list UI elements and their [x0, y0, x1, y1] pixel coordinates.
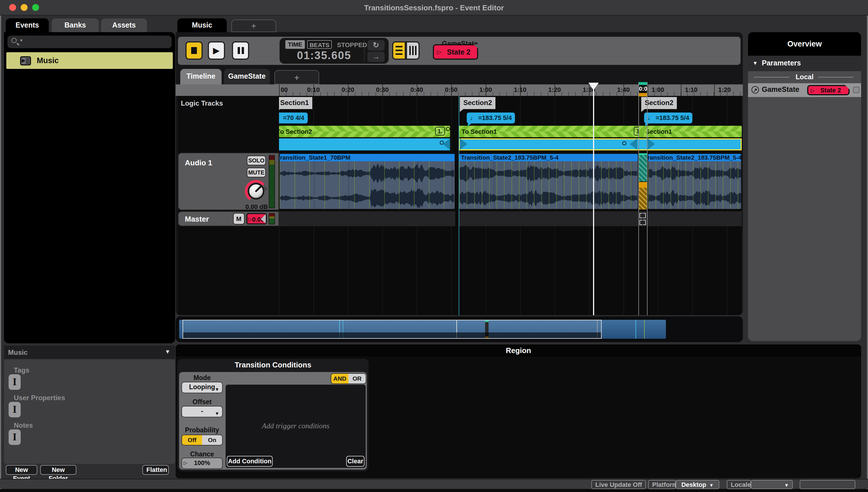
notes-edit-button[interactable]: I — [8, 429, 21, 445]
platform-dropdown[interactable]: Desktop▼ — [676, 480, 719, 489]
and-button[interactable]: AND — [331, 374, 348, 384]
transition-loop-count[interactable]: 1. — [435, 127, 445, 136]
loop-handle-icon[interactable] — [622, 141, 626, 145]
clip-name: Transition_State2_183.75BPM_5-4 — [648, 154, 741, 161]
pause-icon — [238, 47, 240, 54]
master-mute-button[interactable]: M — [233, 213, 245, 224]
mode-dropdown[interactable]: Looping▼ — [181, 382, 223, 393]
audio-clip[interactable]: Transition_State2_183.75BPM_5-4 — [459, 153, 638, 210]
volume-knob[interactable] — [245, 180, 268, 203]
timeline-overview-strip[interactable] — [176, 316, 743, 342]
master-volume-badge[interactable]: ▷ 0.00 dB — [246, 213, 267, 224]
master-track-lane — [459, 211, 742, 226]
transition-handle-icon[interactable] — [446, 127, 450, 131]
tab-event-music[interactable]: Music — [177, 18, 227, 32]
tempo-marker[interactable]: ♩ =183.75 5/4 — [644, 113, 693, 123]
left-window-edge — [0, 16, 1, 492]
offset-label: Offset — [181, 398, 223, 405]
follow-playback-button[interactable]: → — [367, 52, 385, 62]
parameter-checkbox[interactable] — [853, 87, 860, 93]
new-event-tab-button[interactable]: + — [231, 20, 276, 32]
tab-timeline[interactable]: Timeline — [180, 69, 222, 84]
tempo-marker[interactable]: ♩=70 4/4 — [279, 113, 308, 123]
timeline-content[interactable]: Section1 Section2 Section2 ♩=70 4/4 ♩ =1… — [279, 96, 742, 315]
parameters-section-header[interactable]: ▼ Parameters — [748, 56, 861, 71]
offset-dropdown[interactable]: -▼ — [181, 406, 223, 417]
overview-viewport[interactable] — [182, 320, 602, 339]
chevron-down-icon: ▼ — [215, 385, 219, 394]
transition-source-clip[interactable] — [639, 153, 647, 181]
solo-button[interactable]: SOLO — [247, 155, 266, 165]
clear-conditions-button[interactable]: Clear — [346, 456, 365, 467]
beats-mode-button[interactable]: BEATS — [307, 40, 332, 49]
transition-loop-count[interactable]: 1. — [634, 127, 638, 136]
loop-playback-button[interactable]: ↻ — [367, 40, 385, 51]
transition-region-to-section1-continued[interactable]: To Section1 — [638, 126, 742, 137]
deck-header-label: Music — [8, 348, 28, 356]
tab-events[interactable]: Events — [6, 18, 49, 32]
stop-button[interactable] — [185, 41, 203, 60]
live-update-button[interactable]: Live Update Off — [591, 480, 646, 489]
audio-clip[interactable]: Transition_State1_70BPM — [279, 153, 455, 210]
add-sheet-tab-button[interactable]: + — [274, 70, 319, 84]
probability-toggle: Off On — [181, 435, 223, 445]
playhead[interactable] — [593, 84, 594, 315]
loop-region[interactable] — [279, 138, 450, 150]
parameter-value-badge[interactable]: ▷ State 2 — [807, 85, 850, 95]
window-title: TransitionsSession.fspro - Event Editor — [0, 3, 868, 12]
probability-on-button[interactable]: On — [202, 435, 222, 445]
loop-region-selected[interactable] — [459, 138, 742, 150]
tempo-marker[interactable]: ♩ =183.75 5/4 — [467, 113, 515, 123]
tab-assets[interactable]: Assets — [101, 18, 147, 32]
gamestate-parameter-row[interactable]: ↗ GameState ▷ State 2 — [748, 83, 861, 97]
ruler-label: 0:10 — [307, 86, 320, 93]
audio-track-header[interactable]: Audio 1 SOLO MUTE 0.00 dB — [178, 153, 279, 210]
search-filter-caret-icon[interactable]: ▾ — [20, 38, 22, 43]
timeline-ruler[interactable]: 00 0:10 0:20 0:30 0:40 0:50 1:00 1:10 1:… — [176, 84, 743, 96]
flatten-button[interactable]: Flatten — [142, 465, 169, 475]
deck-header[interactable]: Music ▼ — [4, 346, 175, 359]
transition-region-to-section1[interactable]: To Section1 1. — [459, 126, 638, 137]
logic-mode-toggle: AND OR — [331, 373, 366, 384]
collapse-triangle-icon[interactable]: ▼ — [752, 60, 758, 66]
audio-clip[interactable]: Transition_State2_183.75BPM_5-4 — [648, 153, 742, 210]
play-button[interactable]: ▶ — [208, 41, 225, 60]
ruler-label: 0:40 — [411, 86, 423, 93]
mute-button[interactable]: MUTE — [247, 168, 266, 177]
chance-spinner[interactable]: ▷ 100% — [181, 458, 223, 469]
destination-marker[interactable]: Section2 — [460, 97, 495, 109]
clip-name: Transition_State2_183.75BPM_5-4 — [461, 154, 559, 161]
locale-dropdown[interactable]: ▼ — [751, 480, 793, 489]
chance-label: Chance — [181, 451, 223, 458]
transition-destination-clip[interactable] — [639, 182, 647, 210]
destination-marker[interactable]: Section1 — [279, 97, 312, 109]
new-folder-button[interactable]: New Folder — [40, 465, 76, 475]
tab-gamestate-sheet[interactable]: GameState — [224, 69, 270, 84]
play-icon: ▶ — [213, 45, 220, 56]
time-mode-button[interactable]: TIME — [285, 40, 305, 49]
transition-region-to-section2[interactable]: To Section2 1. — [279, 126, 450, 137]
status-field[interactable] — [800, 480, 855, 489]
lanes-view-button[interactable] — [406, 41, 420, 60]
gamestate-value-badge[interactable]: ▷ State 2 — [433, 44, 478, 60]
timeline-panel: ▶ TIME BEATS STOPPED 01:35.605 ↻ → — [176, 32, 743, 315]
probability-off-button[interactable]: Off — [182, 435, 202, 445]
bracket-icon — [640, 220, 642, 225]
bracket-icon — [640, 213, 642, 218]
or-button[interactable]: OR — [348, 374, 366, 384]
tab-banks[interactable]: Banks — [52, 18, 99, 32]
transition-destination-cap — [639, 93, 647, 96]
transition-timeline-splice[interactable]: 0:0 — [638, 82, 648, 315]
search-input[interactable]: ▾ — [7, 35, 172, 48]
master-track-header[interactable]: Master M ▷ 0.00 dB — [178, 211, 279, 226]
pause-button[interactable] — [232, 41, 249, 60]
add-condition-button[interactable]: Add Condition — [227, 456, 273, 467]
playhead-handle-icon[interactable] — [589, 83, 599, 90]
event-list-item-music[interactable]: ▶ Music — [6, 52, 173, 69]
user-properties-edit-button[interactable]: I — [8, 402, 21, 417]
tracks-view-button[interactable] — [392, 41, 406, 60]
new-event-button[interactable]: New Event — [6, 465, 37, 475]
deck-collapse-icon[interactable]: ▼ — [165, 348, 171, 355]
tags-edit-button[interactable]: I — [8, 374, 21, 390]
event-icon: ▶ — [20, 56, 31, 66]
